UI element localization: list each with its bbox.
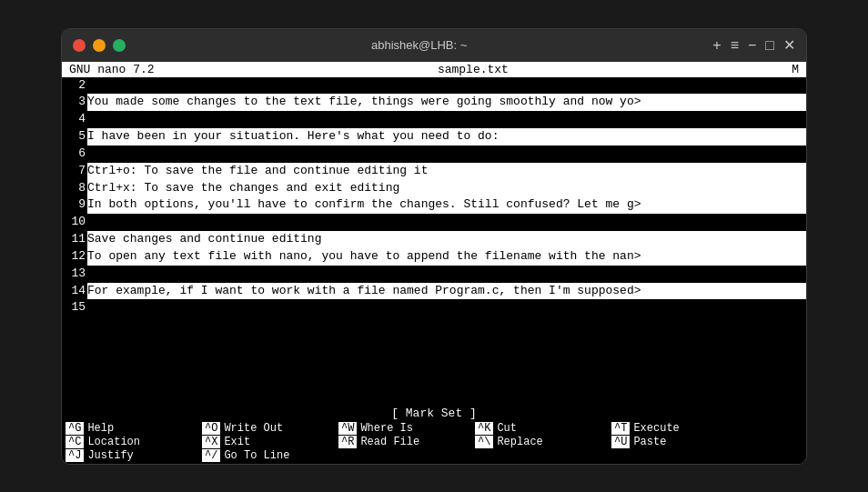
- editor-area[interactable]: 23You made some changes to the text file…: [62, 77, 806, 406]
- footer-label: Go To Line: [224, 449, 289, 462]
- line-content: Save changes and continue editing: [87, 231, 806, 248]
- line-number: 12: [62, 248, 87, 266]
- maximize-button[interactable]: [113, 39, 126, 52]
- mark-bar: [ Mark Set ]: [62, 406, 806, 421]
- line-number: 14: [62, 283, 87, 300]
- footer-item: ^JJustify: [66, 449, 202, 462]
- titlebar-actions[interactable]: + ≡ − □ ✕: [712, 36, 795, 54]
- line-content: In both options, you'll have to confirm …: [87, 196, 806, 214]
- nano-version: GNU nano 7.2: [69, 63, 155, 76]
- footer-item: ^KCut: [475, 422, 611, 435]
- footer-item: ^/Go To Line: [202, 449, 338, 462]
- footer-key: ^U: [611, 436, 630, 448]
- footer-key: ^J: [66, 449, 84, 462]
- footer-label: Help: [87, 422, 114, 435]
- editor-line: 11Save changes and continue editing: [62, 231, 806, 248]
- footer-label: Write Out: [224, 422, 283, 435]
- footer-item: ^TExecute: [611, 422, 748, 435]
- footer-label: Paste: [633, 436, 666, 448]
- footer-key: ^X: [202, 436, 220, 448]
- editor-line: 8Ctrl+x: To save the changes and exit ed…: [62, 180, 806, 197]
- maximize-action-button[interactable]: □: [765, 36, 774, 54]
- window-title: abhishek@LHB: ~: [371, 38, 467, 52]
- editor-line: 2: [62, 77, 806, 95]
- editor-line: 10: [62, 214, 806, 231]
- footer-key: ^K: [475, 422, 493, 435]
- new-tab-button[interactable]: +: [712, 36, 721, 54]
- editor-line: 15: [62, 299, 806, 316]
- editor-line: 3You made some changes to the text file,…: [62, 94, 806, 111]
- menu-button[interactable]: ≡: [731, 36, 739, 54]
- editor-line: 12To open any text file with nano, you h…: [62, 248, 806, 266]
- terminal-window: abhishek@LHB: ~ + ≡ − □ ✕ GNU nano 7.2 s…: [61, 28, 807, 465]
- footer-item: ^GHelp: [66, 422, 202, 435]
- line-content: [87, 299, 806, 316]
- editor-line: 4: [62, 111, 806, 128]
- cursor: [399, 182, 407, 195]
- line-number: 7: [62, 163, 87, 180]
- line-number: 8: [62, 180, 87, 197]
- footer-label: Replace: [497, 436, 542, 448]
- footer-item: ^WWhere Is: [338, 422, 475, 435]
- footer-label: Execute: [633, 422, 679, 435]
- line-content: [87, 146, 806, 163]
- footer-item: ^UPaste: [611, 436, 748, 448]
- footer-key: ^/: [202, 449, 220, 462]
- line-content: Ctrl+o: To save the file and continue ed…: [87, 163, 806, 180]
- footer-key: ^W: [338, 422, 357, 435]
- line-content: [87, 111, 806, 128]
- footer-label: Read File: [360, 436, 419, 448]
- titlebar: abhishek@LHB: ~ + ≡ − □ ✕: [62, 29, 806, 62]
- close-button[interactable]: [73, 39, 86, 52]
- nano-modified: M: [792, 63, 799, 76]
- line-content: For example, if I want to work with a fi…: [87, 283, 806, 300]
- nano-footer: ^GHelp^OWrite Out^WWhere Is^KCut^TExecut…: [62, 421, 806, 464]
- line-number: 2: [62, 77, 87, 95]
- line-number: 11: [62, 231, 87, 248]
- minimize-button[interactable]: [93, 39, 106, 52]
- footer-item: ^XExit: [202, 436, 338, 448]
- footer-label: Justify: [87, 449, 133, 462]
- editor-line: 14For example, if I want to work with a …: [62, 283, 806, 300]
- line-number: 6: [62, 146, 87, 163]
- footer-key: ^\: [475, 436, 493, 448]
- editor-line: 5I have been in your situation. Here's w…: [62, 128, 806, 146]
- editor-line: 6: [62, 146, 806, 163]
- footer-key: ^O: [202, 422, 220, 435]
- footer-key: ^C: [66, 436, 84, 448]
- line-content: [87, 214, 806, 231]
- line-content: You made some changes to the text file, …: [87, 94, 806, 111]
- line-content: To open any text file with nano, you hav…: [87, 248, 806, 266]
- line-content: Ctrl+x: To save the changes and exit edi…: [87, 180, 806, 197]
- footer-label: Location: [87, 436, 140, 448]
- editor-line: 7Ctrl+o: To save the file and continue e…: [62, 163, 806, 180]
- nano-header: GNU nano 7.2 sample.txt M: [62, 62, 806, 77]
- line-number: 5: [62, 128, 87, 146]
- footer-item: ^OWrite Out: [202, 422, 338, 435]
- line-number: 13: [62, 266, 87, 283]
- footer-label: Exit: [224, 436, 250, 448]
- footer-item: ^CLocation: [66, 436, 202, 448]
- line-number: 3: [62, 94, 87, 111]
- footer-item: ^\Replace: [475, 436, 611, 448]
- line-number: 10: [62, 214, 87, 231]
- footer-key: ^G: [66, 422, 84, 435]
- line-number: 4: [62, 111, 87, 128]
- line-number: 15: [62, 299, 87, 316]
- close-action-button[interactable]: ✕: [783, 36, 795, 54]
- editor-line: 9In both options, you'll have to confirm…: [62, 196, 806, 214]
- minimize-action-button[interactable]: −: [748, 36, 756, 54]
- terminal-body: GNU nano 7.2 sample.txt M 23You made som…: [62, 62, 806, 464]
- footer-label: Where Is: [360, 422, 413, 435]
- window-controls[interactable]: [73, 39, 126, 52]
- footer-key: ^R: [338, 436, 357, 448]
- line-content: I have been in your situation. Here's wh…: [87, 128, 806, 146]
- footer-key: ^T: [611, 422, 630, 435]
- nano-filename: sample.txt: [438, 63, 509, 76]
- footer-label: Cut: [497, 422, 517, 435]
- footer-item: ^RRead File: [338, 436, 475, 448]
- line-content: [87, 77, 806, 95]
- editor-line: 13: [62, 266, 806, 283]
- line-content: [87, 266, 806, 283]
- line-number: 9: [62, 196, 87, 214]
